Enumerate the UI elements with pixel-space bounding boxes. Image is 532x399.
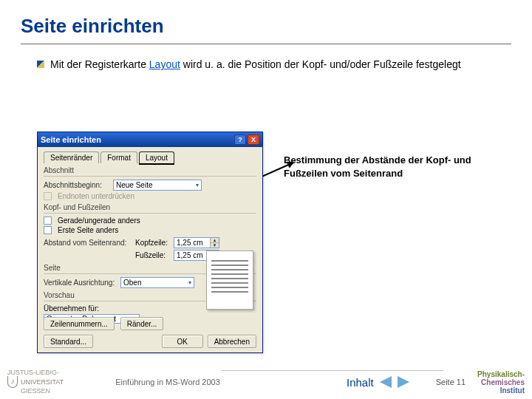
tab-strip: Seitenränder Format Layout xyxy=(38,147,262,163)
checkbox-odd-even[interactable] xyxy=(44,216,52,225)
close-button[interactable]: X xyxy=(248,134,259,145)
toc-link[interactable]: Inhalt xyxy=(347,376,374,389)
group-section: Abschnitt Abschnittsbeginn: Neue Seite ▾… xyxy=(44,166,256,200)
header-distance-input[interactable]: 1,25 cm ▲▼ xyxy=(174,237,219,248)
distance-label: Abstand vom Seitenrand: xyxy=(44,239,132,247)
action-buttons: Standard... OK Abbrechen xyxy=(44,335,256,348)
divider xyxy=(44,213,256,214)
uni-line2: UNIVERSITAT xyxy=(21,379,64,386)
uni-line1: JUSTUS-LIEBIG- xyxy=(7,369,64,376)
ok-button[interactable]: OK xyxy=(162,335,203,348)
page-setup-dialog: Seite einrichten ? X Seitenränder Format… xyxy=(37,132,263,353)
course-title: Einführung in MS-Word 2003 xyxy=(64,378,347,386)
inst-line2: Chemisches xyxy=(477,378,525,386)
section-begin-select[interactable]: Neue Seite ▾ xyxy=(113,180,202,191)
university-logo: JUSTUS-LIEBIG- J UNIVERSITAT GIESSEN xyxy=(7,369,64,395)
section-begin-value: Neue Seite xyxy=(116,181,152,189)
group-headers-label: Kopf- und Fußzeilen xyxy=(44,203,256,211)
group-section-label: Abschnitt xyxy=(44,166,256,174)
cancel-button[interactable]: Abbrechen xyxy=(208,335,256,348)
default-button[interactable]: Standard... xyxy=(44,335,93,348)
footer-spin-label: Fußzeile: xyxy=(135,251,171,259)
help-button[interactable]: ? xyxy=(234,134,246,145)
inst-line3: Institut xyxy=(477,386,525,395)
inst-line1: Physikalisch- xyxy=(477,370,525,378)
odd-even-label: Gerade/ungerade anders xyxy=(58,216,140,225)
endnotes-label: Endnoten unterdrücken xyxy=(58,192,134,200)
institute-logo: Physikalisch- Chemisches Institut xyxy=(477,370,525,395)
title-divider xyxy=(21,44,511,44)
tab-format[interactable]: Format xyxy=(100,151,137,163)
tab-margins[interactable]: Seitenränder xyxy=(44,151,99,163)
valign-label: Vertikale Ausrichtung: xyxy=(44,279,117,287)
header-distance-value: 1,25 cm xyxy=(177,239,203,247)
bullet-text-pre: Mit der Registerkarte xyxy=(50,58,149,70)
dialog-titlebar[interactable]: Seite einrichten ? X xyxy=(38,132,262,147)
apply-label: Übernehmen für: xyxy=(44,304,99,313)
borders-button[interactable]: Ränder... xyxy=(120,317,164,330)
valign-select[interactable]: Oben ▾ xyxy=(120,277,194,288)
nav-prev-icon[interactable] xyxy=(380,376,392,388)
bullet-link[interactable]: Layout xyxy=(149,58,180,70)
uni-line3: GIESSEN xyxy=(7,388,64,395)
checkbox-endnotes xyxy=(44,192,52,200)
checkbox-first-page[interactable] xyxy=(44,226,52,234)
section-begin-label: Abschnittsbeginn: xyxy=(44,181,110,189)
chevron-down-icon: ▾ xyxy=(196,182,199,188)
footer-distance-value: 1,25 cm xyxy=(177,251,203,259)
spin-down-icon[interactable]: ▼ xyxy=(210,243,219,248)
line-numbers-button[interactable]: Zeilennummern... xyxy=(44,317,115,330)
nav-next-icon[interactable] xyxy=(398,376,409,388)
chevron-down-icon: ▾ xyxy=(188,279,191,286)
dialog-title: Seite einrichten xyxy=(41,135,233,144)
tab-layout[interactable]: Layout xyxy=(139,151,174,163)
annotation-text: Bestimmung der Abstände der Kopf- und Fu… xyxy=(284,154,505,180)
first-page-label: Erste Seite anders xyxy=(58,226,118,234)
bullet-item: Mit der Registerkarte Layout wird u. a. … xyxy=(0,58,532,72)
shield-icon: J xyxy=(7,376,18,388)
slide-footer: JUSTUS-LIEBIG- J UNIVERSITAT GIESSEN Ein… xyxy=(0,365,532,399)
valign-value: Oben xyxy=(123,279,141,287)
page-number: Seite 11 xyxy=(436,378,466,386)
page-preview-icon xyxy=(206,250,253,310)
header-spin-label: Kopfzeile: xyxy=(135,239,171,247)
spin-up-icon[interactable]: ▲ xyxy=(210,238,219,243)
bullet-icon xyxy=(37,61,44,68)
divider xyxy=(44,176,256,177)
nav-group: Inhalt xyxy=(347,376,409,389)
secondary-buttons: Zeilennummern... Ränder... xyxy=(44,317,256,330)
slide-title: Seite einrichten xyxy=(0,0,532,44)
bullet-text-post: wird u. a. die Position der Kopf- und/od… xyxy=(180,58,461,70)
